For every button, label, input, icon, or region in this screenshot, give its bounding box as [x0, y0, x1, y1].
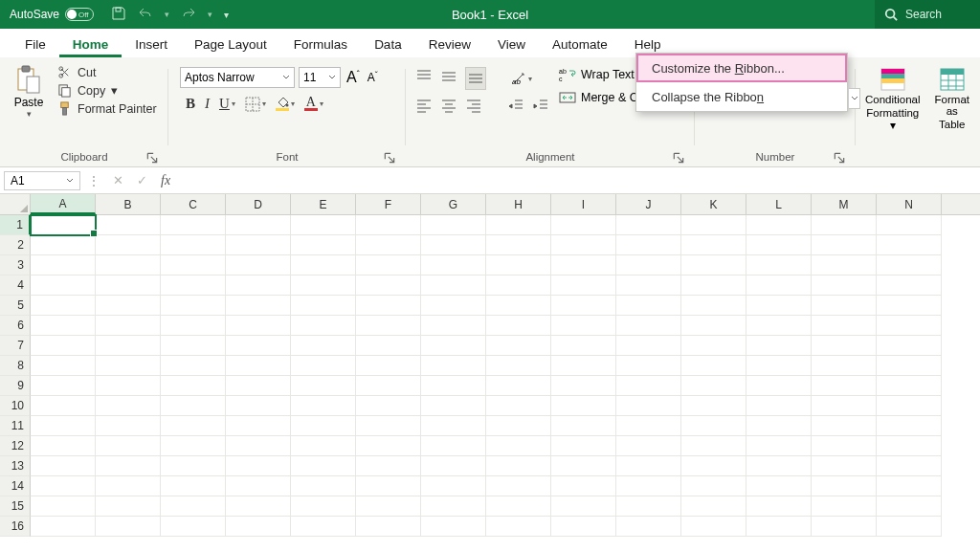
dialog-launcher-icon[interactable] — [672, 151, 685, 165]
cell[interactable] — [486, 336, 551, 356]
cell[interactable] — [486, 356, 551, 376]
cell[interactable] — [291, 336, 356, 356]
cell[interactable] — [291, 316, 356, 336]
cell[interactable] — [616, 255, 681, 276]
cell[interactable] — [421, 336, 486, 356]
column-header[interactable]: F — [356, 194, 421, 214]
cell[interactable] — [551, 476, 616, 496]
cell[interactable] — [616, 396, 681, 416]
cell[interactable] — [421, 316, 486, 336]
cell[interactable] — [486, 396, 551, 416]
cell[interactable] — [31, 376, 96, 396]
cell[interactable] — [226, 436, 291, 456]
tab-formulas[interactable]: Formulas — [280, 32, 361, 57]
row-header[interactable]: 13 — [0, 456, 31, 476]
cell[interactable] — [551, 296, 616, 316]
cell[interactable] — [161, 517, 226, 537]
cell[interactable] — [746, 296, 812, 316]
cell[interactable] — [226, 276, 291, 296]
format-painter-button[interactable]: Format Painter — [57, 101, 157, 116]
cell[interactable] — [31, 436, 96, 456]
dialog-launcher-icon[interactable] — [145, 151, 159, 165]
column-header[interactable]: A — [31, 194, 96, 214]
undo-chevron-icon[interactable]: ▾ — [165, 10, 169, 19]
cell[interactable] — [486, 255, 551, 276]
orientation-button[interactable]: ab▾ — [511, 71, 532, 86]
row-header[interactable]: 8 — [0, 356, 31, 376]
cell[interactable] — [616, 235, 681, 255]
cell[interactable] — [421, 296, 486, 316]
cell[interactable] — [291, 476, 356, 496]
cell[interactable] — [681, 276, 746, 296]
cell[interactable] — [616, 517, 681, 537]
font-name-select[interactable]: Aptos Narrow — [180, 67, 295, 88]
cell[interactable] — [746, 476, 812, 496]
cell[interactable] — [812, 496, 877, 517]
row-header[interactable]: 15 — [0, 496, 31, 517]
cell[interactable] — [356, 296, 421, 316]
cell[interactable] — [291, 255, 356, 276]
cell[interactable] — [616, 336, 681, 356]
cell[interactable] — [226, 255, 291, 276]
cell[interactable] — [421, 376, 486, 396]
save-icon[interactable] — [111, 6, 126, 24]
cell[interactable] — [551, 276, 616, 296]
cell[interactable] — [551, 316, 616, 336]
cell[interactable] — [161, 376, 226, 396]
cell[interactable] — [291, 517, 356, 537]
cell[interactable] — [291, 496, 356, 517]
cell[interactable] — [812, 316, 877, 336]
cell[interactable] — [486, 316, 551, 336]
cell[interactable] — [746, 456, 812, 476]
cell[interactable] — [551, 255, 616, 276]
cell[interactable] — [226, 517, 291, 537]
decrease-indent-button[interactable] — [507, 98, 524, 117]
cell[interactable] — [421, 456, 486, 476]
cell[interactable] — [31, 496, 96, 517]
cell[interactable] — [31, 356, 96, 376]
cell[interactable] — [421, 255, 486, 276]
cell[interactable] — [421, 276, 486, 296]
cell[interactable] — [812, 215, 877, 235]
cell[interactable] — [812, 255, 877, 276]
column-header[interactable]: E — [291, 194, 356, 214]
cell[interactable] — [421, 436, 486, 456]
cell[interactable] — [812, 336, 877, 356]
cell[interactable] — [96, 496, 161, 517]
cell[interactable] — [421, 476, 486, 496]
cell[interactable] — [421, 215, 486, 235]
cell[interactable] — [812, 456, 877, 476]
redo-icon[interactable] — [181, 6, 196, 24]
cell[interactable] — [551, 416, 616, 436]
column-header[interactable]: G — [421, 194, 486, 214]
tab-data[interactable]: Data — [361, 32, 415, 57]
paste-button[interactable]: Paste ▾ — [6, 61, 52, 119]
cell[interactable] — [551, 215, 616, 235]
cell[interactable] — [31, 255, 96, 276]
cell[interactable] — [551, 396, 616, 416]
cell[interactable] — [356, 356, 421, 376]
cell[interactable] — [877, 276, 942, 296]
cell[interactable] — [746, 336, 812, 356]
cell[interactable] — [877, 296, 942, 316]
cell[interactable] — [356, 255, 421, 276]
conditional-formatting-button[interactable]: Conditional Formatting ▾ — [861, 61, 924, 132]
cell[interactable] — [356, 376, 421, 396]
cell[interactable] — [96, 316, 161, 336]
row-header[interactable]: 4 — [0, 276, 31, 296]
font-size-select[interactable]: 11 — [299, 67, 341, 88]
cell[interactable] — [421, 356, 486, 376]
cell[interactable] — [616, 215, 681, 235]
column-header[interactable]: J — [616, 194, 681, 214]
cell[interactable] — [161, 316, 226, 336]
cell[interactable] — [96, 296, 161, 316]
cell[interactable] — [291, 215, 356, 235]
row-header[interactable]: 6 — [0, 316, 31, 336]
cell[interactable] — [291, 416, 356, 436]
cell[interactable] — [877, 336, 942, 356]
cell[interactable] — [746, 436, 812, 456]
cell[interactable] — [96, 215, 161, 235]
cell[interactable] — [96, 356, 161, 376]
italic-button[interactable]: I — [205, 96, 210, 112]
cell[interactable] — [31, 396, 96, 416]
